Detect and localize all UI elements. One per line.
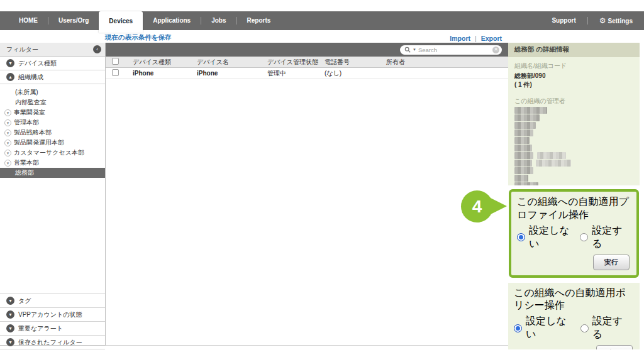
expand-icon[interactable]: ▾ (4, 140, 11, 146)
policy-radio-off-label[interactable]: 設定しない (526, 315, 572, 341)
redacted-admin-name (536, 160, 571, 167)
col-mgmt-status: デバイス管理状態 (267, 58, 325, 67)
redacted-admin-name (514, 107, 547, 114)
sidebar-item-org-structure[interactable]: ▴ 組織構成 (0, 70, 105, 84)
settings-button[interactable]: ⚙Settings (597, 11, 635, 31)
redacted-admin-name (514, 114, 540, 121)
list-toolbar: ▼ Search ✕ (106, 43, 508, 57)
chevron-down-icon: ▾ (6, 324, 14, 332)
org-code-label: 組織名/組織コード (514, 62, 633, 70)
expand-icon[interactable]: ▾ (4, 109, 11, 116)
profile-execute-button[interactable]: 実行 (593, 255, 630, 270)
auto-policy-section: この組織への自動適用ポリシー操作 設定しない 設定する 実行 (508, 283, 640, 349)
panel-title: 総務部 の詳細情報 (508, 43, 640, 57)
import-export-links: Import | Export (450, 35, 502, 42)
redacted-admin-name (537, 152, 566, 159)
filter-title: フィルター (6, 45, 38, 54)
support-link[interactable]: Support (549, 11, 578, 30)
org-tree-item-customer-success[interactable]: ▾カスタマーサクセス本部 (0, 148, 105, 158)
filter-sidebar: フィルター ‹ ▾ デバイス種類 ▴ 組織構成 (未所属) 内部監査室 ▾事業開… (0, 43, 106, 346)
expand-icon[interactable]: ▾ (4, 129, 11, 136)
expand-icon[interactable]: ▾ (4, 160, 11, 167)
col-device-type: デバイス種類 (133, 58, 197, 67)
export-link[interactable]: Export (481, 35, 502, 42)
redacted-admin-name (514, 145, 532, 151)
policy-execute-button[interactable]: 実行 (596, 345, 633, 349)
org-code-value: 総務部/090 (514, 72, 633, 80)
tab-users-org[interactable]: Users/Org (48, 11, 99, 30)
org-info-block: 組織名/組織コード 総務部/090 ( 1 件) この組織の管理者 (508, 57, 640, 185)
cell-mgmt-status: 管理中 (267, 69, 325, 78)
sidebar-item-saved-filters[interactable]: ▾ 保存されたフィルター (0, 336, 105, 349)
redacted-admin-name (514, 129, 533, 136)
chevron-down-icon: ▾ (6, 297, 14, 305)
link-separator: | (475, 35, 477, 42)
org-tree: (未所属) 内部監査室 ▾事業開発室 ▾管理本部 ▾製品戦略本部 ▾製品開発運用… (0, 84, 105, 294)
sidebar-item-device-type[interactable]: ▾ デバイス種類 (0, 57, 105, 70)
policy-radio-off[interactable] (514, 324, 522, 332)
org-detail-panel: 総務部 の詳細情報 組織名/組織コード 総務部/090 ( 1 件) この組織の… (508, 43, 640, 349)
save-current-view-link[interactable]: 現在の表示条件を保存 (105, 33, 172, 42)
redacted-admin-name (514, 160, 532, 167)
tab-reports[interactable]: Reports (237, 11, 281, 30)
col-owner: 所有者 (386, 58, 508, 67)
org-tree-item-product-strategy[interactable]: ▾製品戦略本部 (0, 128, 105, 138)
policy-radio-on[interactable] (580, 324, 589, 332)
redacted-admin-name (514, 167, 533, 174)
row-checkbox[interactable] (112, 69, 119, 76)
chevron-up-icon: ▴ (6, 73, 14, 81)
app-window: HOME Users/Org Devices Applications Jobs… (0, 0, 644, 362)
org-tree-item-admin-hq[interactable]: ▾管理本部 (0, 118, 105, 128)
search-input[interactable]: ▼ Search ✕ (400, 45, 502, 55)
sidebar-item-important-alerts[interactable]: ▾ 重要なアラート (0, 322, 105, 336)
nav-separator (587, 17, 588, 25)
org-count: ( 1 件) (514, 80, 633, 89)
profile-radio-on[interactable] (580, 233, 588, 241)
search-scope-caret-icon[interactable]: ▼ (413, 48, 416, 52)
org-tree-item-product-devops[interactable]: ▾製品開発運用本部 (0, 138, 105, 148)
device-list-area: ▼ Search ✕ デバイス種類 デバイス名 デバイス管理状態 電話番号 所有… (106, 43, 508, 346)
expand-icon[interactable]: ▾ (4, 119, 11, 126)
redacted-admin-name (514, 182, 538, 185)
collapse-sidebar-icon[interactable]: ‹ (93, 45, 101, 53)
filter-header: フィルター ‹ (0, 43, 105, 57)
redacted-admin-name (514, 152, 533, 159)
table-header: デバイス種類 デバイス名 デバイス管理状態 電話番号 所有者 (106, 57, 508, 68)
auto-profile-title: この組織への自動適用プロファイル操作 (517, 195, 631, 222)
policy-radio-on-label[interactable]: 設定する (592, 315, 629, 341)
profile-radio-on-label[interactable]: 設定する (592, 224, 626, 251)
clear-search-icon[interactable]: ✕ (492, 47, 499, 53)
cell-device-name: iPhone (197, 70, 267, 77)
tab-home[interactable]: HOME (9, 11, 48, 30)
org-tree-item-sales-hq[interactable]: ▾営業本部 (0, 158, 105, 168)
tab-applications[interactable]: Applications (143, 11, 201, 30)
col-device-name: デバイス名 (197, 58, 267, 67)
org-admins-label: この組織の管理者 (514, 97, 633, 106)
import-link[interactable]: Import (450, 35, 470, 42)
search-icon (404, 47, 411, 53)
cell-phone: (なし) (325, 69, 386, 78)
profile-radio-off[interactable] (517, 233, 525, 241)
annotation-step-badge: 4 (461, 190, 493, 222)
org-tree-item-general-affairs[interactable]: 総務部 (0, 168, 105, 178)
tab-devices[interactable]: Devices (99, 11, 143, 33)
sidebar-item-tags[interactable]: ▾ タグ (0, 294, 105, 308)
cell-device-type: iPhone (133, 70, 197, 77)
org-tree-item-unassigned[interactable]: (未所属) (0, 87, 105, 97)
expand-icon[interactable]: ▾ (4, 150, 11, 156)
annotation-pointer (489, 197, 507, 215)
table-row[interactable]: iPhone iPhone 管理中 (なし) (106, 68, 508, 79)
org-tree-item-business-dev[interactable]: ▾事業開発室 (0, 107, 105, 118)
tab-jobs[interactable]: Jobs (201, 11, 236, 30)
select-all-checkbox[interactable] (112, 58, 119, 65)
gear-icon: ⚙ (599, 16, 606, 25)
chevron-down-icon: ▾ (6, 338, 14, 346)
redacted-admin-name (514, 175, 528, 182)
org-tree-item-internal-audit[interactable]: 内部監査室 (0, 97, 105, 107)
top-nav: HOME Users/Org Devices Applications Jobs… (0, 11, 644, 30)
col-phone: 電話番号 (325, 58, 386, 67)
auto-profile-section: この組織への自動適用プロファイル操作 設定しない 設定する 実行 (509, 189, 639, 278)
sidebar-item-vpp-account-status[interactable]: ▾ VPPアカウントの状態 (0, 308, 105, 322)
profile-radio-off-label[interactable]: 設定しない (529, 224, 571, 251)
redacted-admin-name (514, 122, 536, 129)
